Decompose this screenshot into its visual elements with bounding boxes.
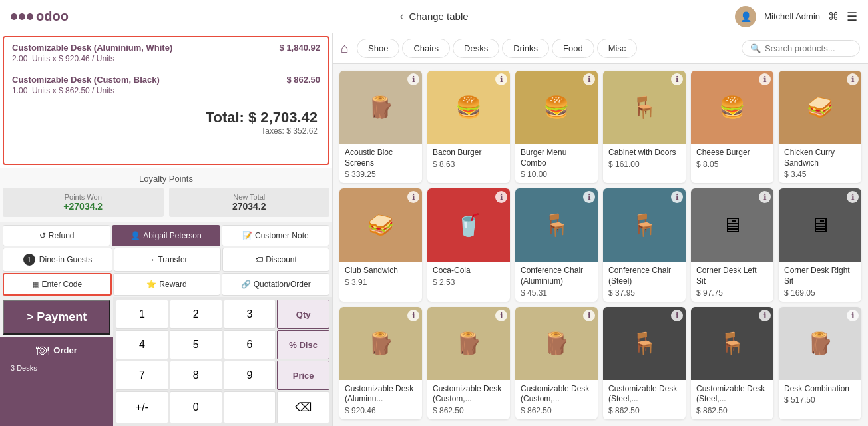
menu-icon[interactable]: ☰ (847, 9, 857, 24)
product-info-icon-4[interactable]: ℹ (759, 73, 771, 85)
num-empty[interactable] (224, 391, 276, 423)
order-list: Customizable Desk (Aluminium, White) $ 1… (3, 36, 329, 165)
product-info-icon-1[interactable]: ℹ (495, 73, 507, 85)
product-emoji-0: 🪵 (367, 95, 394, 120)
payment-button[interactable]: > Payment (3, 300, 110, 335)
product-info-icon-7[interactable]: ℹ (495, 191, 507, 203)
back-icon[interactable]: ‹ (399, 9, 403, 23)
product-info-icon-5[interactable]: ℹ (847, 73, 859, 85)
product-card-3[interactable]: 🪑ℹCabinet with Doors$ 161.00 (603, 71, 686, 183)
transfer-button[interactable]: → Transfer (114, 248, 221, 272)
product-info-icon-0[interactable]: ℹ (407, 73, 419, 85)
product-info-icon-9[interactable]: ℹ (671, 191, 683, 203)
product-info-icon-14[interactable]: ℹ (583, 310, 595, 321)
product-card-5[interactable]: 🥪ℹChicken Curry Sandwich$ 3.45 (779, 71, 861, 183)
disc-btn[interactable]: % Disc (277, 330, 329, 359)
product-name-12: Customizable Desk (Aluminu... (345, 384, 417, 405)
num-9[interactable]: 9 (224, 361, 276, 390)
app-container: odoo ‹ Change table 👤 Mitchell Admin ⌘ ☰… (0, 0, 868, 426)
num-0[interactable]: 0 (170, 391, 222, 423)
customer-button[interactable]: 👤 Abigail Peterson (112, 225, 220, 246)
product-card-8[interactable]: 🪑ℹConference Chair (Aluminium)$ 45.31 (515, 188, 598, 301)
product-price-6: $ 3.91 (345, 278, 417, 287)
product-card-16[interactable]: 🪑ℹCustomizable Desk (Steel,...$ 862.50 (691, 307, 773, 419)
main-content: Customizable Desk (Aluminium, White) $ 1… (0, 33, 868, 426)
order-item-1[interactable]: Customizable Desk (Aluminium, White) $ 1… (4, 37, 328, 69)
num-7[interactable]: 7 (116, 361, 168, 390)
product-card-0[interactable]: 🪵ℹAcoustic Bloc Screens$ 339.25 (339, 71, 422, 183)
product-card-17[interactable]: 🪵ℹDesk Combination$ 517.50 (779, 307, 861, 419)
product-info-icon-16[interactable]: ℹ (759, 310, 771, 321)
enter-code-button[interactable]: ▦ Enter Code (3, 273, 112, 296)
num-plusminus[interactable]: +/- (116, 391, 168, 423)
order-item-2[interactable]: Customizable Desk (Custom, Black) $ 862.… (4, 69, 328, 101)
refund-button[interactable]: ↺ Refund (3, 225, 110, 246)
loyalty-section: Loyalty Points Points Won +27034.2 New T… (0, 168, 332, 222)
logo-circle-1 (11, 13, 17, 20)
num-2[interactable]: 2 (170, 300, 222, 329)
reward-button[interactable]: ⭐ Reward (113, 273, 221, 296)
product-info-icon-11[interactable]: ℹ (847, 191, 859, 203)
num-3[interactable]: 3 (224, 300, 276, 329)
product-card-15[interactable]: 🪑ℹCustomizable Desk (Steel,...$ 862.50 (603, 307, 686, 419)
dine-badge: 1 (23, 254, 35, 266)
product-image-2: 🍔ℹ (515, 71, 598, 144)
product-info-icon-3[interactable]: ℹ (671, 73, 683, 85)
num-1[interactable]: 1 (116, 300, 168, 329)
product-card-11[interactable]: 🖥ℹCorner Desk Right Sit$ 169.05 (779, 188, 861, 301)
cat-chairs[interactable]: Chairs (402, 39, 450, 58)
num-8[interactable]: 8 (170, 361, 222, 390)
product-card-10[interactable]: 🖥ℹCorner Desk Left Sit$ 97.75 (691, 188, 773, 301)
backspace-btn[interactable]: ⌫ (277, 391, 329, 423)
product-info-icon-2[interactable]: ℹ (583, 73, 595, 85)
product-card-2[interactable]: 🍔ℹBurger Menu Combo$ 10.00 (515, 71, 598, 183)
product-image-7: 🥤ℹ (427, 188, 510, 262)
logo-circles (11, 13, 33, 20)
num-6[interactable]: 6 (224, 330, 276, 359)
home-button[interactable]: ⌂ (341, 41, 349, 56)
num-4[interactable]: 4 (116, 330, 168, 359)
cat-food[interactable]: Food (552, 39, 594, 58)
product-emoji-14: 🪵 (543, 331, 570, 356)
customer-note-button[interactable]: 📝 Customer Note (222, 225, 329, 246)
product-card-6[interactable]: 🥪ℹClub Sandwich$ 3.91 (339, 188, 422, 301)
product-card-13[interactable]: 🪵ℹCustomizable Desk (Custom,...$ 862.50 (427, 307, 510, 419)
num-5[interactable]: 5 (170, 330, 222, 359)
order-total-section: Total: $ 2,703.42 Taxes: $ 352.62 (4, 101, 328, 138)
product-name-4: Cheese Burger (696, 148, 768, 158)
product-info-icon-17[interactable]: ℹ (847, 310, 859, 321)
product-card-9[interactable]: 🪑ℹConference Chair (Steel)$ 37.95 (603, 188, 686, 301)
product-info-icon-10[interactable]: ℹ (759, 191, 771, 203)
change-table-label[interactable]: Change table (409, 11, 468, 22)
product-card-4[interactable]: 🍔ℹCheese Burger$ 8.05 (691, 71, 773, 183)
product-card-7[interactable]: 🥤ℹCoca-Cola$ 2.53 (427, 188, 510, 301)
bottom-nav: 🍽 Order 3 Desks (0, 337, 113, 426)
search-input[interactable] (765, 43, 851, 53)
cat-misc[interactable]: Misc (597, 39, 638, 58)
quotation-button[interactable]: 🔗 Quotation/Order (222, 273, 329, 296)
product-emoji-5: 🥪 (807, 95, 833, 120)
action-row-3: ▦ Enter Code ⭐ Reward 🔗 Quotation/Order (0, 273, 332, 297)
discount-button[interactable]: 🏷 Discount (222, 248, 329, 272)
cat-desks[interactable]: Desks (453, 39, 499, 58)
product-image-16: 🪑ℹ (691, 307, 773, 380)
product-info-icon-15[interactable]: ℹ (671, 310, 683, 321)
product-price-7: $ 2.53 (433, 278, 505, 287)
dine-in-button[interactable]: 1 Dine-in Guests (3, 248, 112, 272)
product-card-14[interactable]: 🪵ℹCustomizable Desk (Custom,...$ 862.50 (515, 307, 598, 419)
cat-shoe[interactable]: Shoe (357, 39, 399, 58)
product-info-icon-6[interactable]: ℹ (407, 191, 419, 203)
product-card-12[interactable]: 🪵ℹCustomizable Desk (Aluminu...$ 920.46 (339, 307, 422, 419)
wifi-icon: ⌘ (828, 10, 839, 23)
qty-btn[interactable]: Qty (277, 300, 329, 329)
product-card-1[interactable]: 🍔ℹBacon Burger$ 8.63 (427, 71, 510, 183)
product-info-icon-12[interactable]: ℹ (407, 310, 419, 321)
cat-drinks[interactable]: Drinks (502, 39, 549, 58)
product-price-4: $ 8.05 (696, 160, 768, 169)
product-info-icon-8[interactable]: ℹ (583, 191, 595, 203)
username: Mitchell Admin (764, 11, 820, 21)
product-info-icon-13[interactable]: ℹ (495, 310, 507, 321)
product-name-2: Burger Menu Combo (521, 148, 592, 168)
product-image-4: 🍔ℹ (691, 71, 773, 144)
price-btn[interactable]: Price (277, 361, 329, 390)
